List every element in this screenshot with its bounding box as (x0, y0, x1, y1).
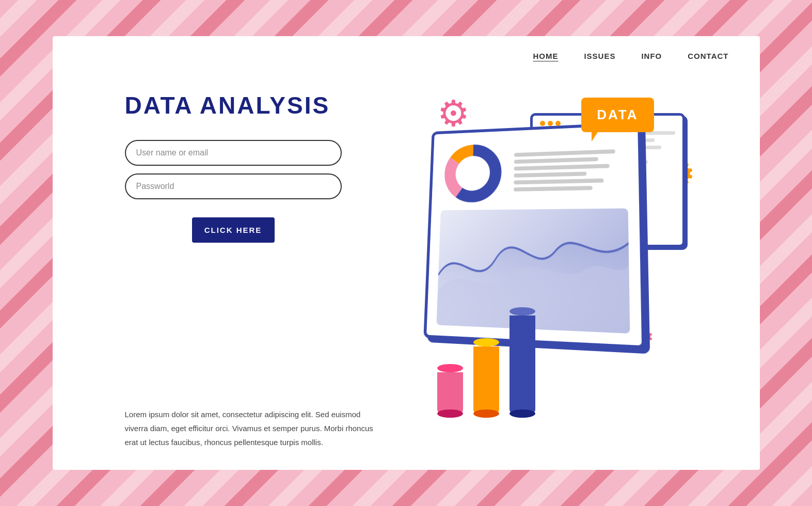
cta-button[interactable]: CLICK HERE (192, 217, 275, 243)
password-input[interactable] (125, 173, 342, 199)
data-line (514, 178, 604, 184)
cylinder-pink (437, 364, 463, 418)
left-panel: DATA ANALYSIS CLICK HERE Lorem ipsum dol… (125, 76, 383, 449)
dot-2 (548, 121, 553, 126)
login-form (125, 140, 383, 199)
data-line (514, 149, 615, 157)
right-panel: ⚙ ⚙ ⚙ ⚙ DATA (383, 76, 719, 449)
dot-3 (555, 121, 561, 126)
cyl-body (473, 346, 499, 414)
lines-area (513, 149, 627, 191)
nav-issues[interactable]: ISSUES (584, 52, 615, 60)
cyl-top (473, 338, 499, 346)
cyl-top (510, 307, 535, 315)
cylinder-blue (510, 307, 535, 418)
donut-chart (441, 140, 505, 205)
screen-inner (436, 135, 630, 333)
data-line (514, 171, 586, 177)
cyl-top (437, 364, 463, 372)
cyl-bottom (473, 409, 499, 418)
navbar: HOME ISSUES INFO CONTACT (53, 36, 760, 66)
chart-area (441, 135, 628, 205)
nav-info[interactable]: INFO (641, 52, 662, 60)
cylinder-orange (473, 338, 499, 418)
data-line (513, 186, 592, 192)
main-content: DATA ANALYSIS CLICK HERE Lorem ipsum dol… (53, 66, 760, 470)
cyl-bottom (510, 409, 535, 418)
main-card: HOME ISSUES INFO CONTACT DATA ANALYSIS C… (53, 36, 760, 470)
data-line (514, 157, 597, 164)
data-bubble: DATA (581, 98, 654, 132)
cyl-body (437, 372, 463, 414)
gear-pink-top-icon: ⚙ (437, 92, 470, 135)
nav-home[interactable]: HOME (533, 52, 558, 60)
description-text: Lorem ipsum dolor sit amet, consectetur … (125, 392, 383, 449)
username-input[interactable] (125, 140, 342, 166)
data-line (514, 164, 609, 170)
page-title: DATA ANALYSIS (125, 91, 383, 119)
dot-1 (540, 121, 545, 126)
cyl-body (510, 315, 535, 414)
cyl-bottom (437, 409, 463, 418)
nav-contact[interactable]: CONTACT (688, 52, 728, 60)
illustration: ⚙ ⚙ ⚙ ⚙ DATA (396, 82, 706, 433)
cylinders-group (437, 307, 535, 418)
